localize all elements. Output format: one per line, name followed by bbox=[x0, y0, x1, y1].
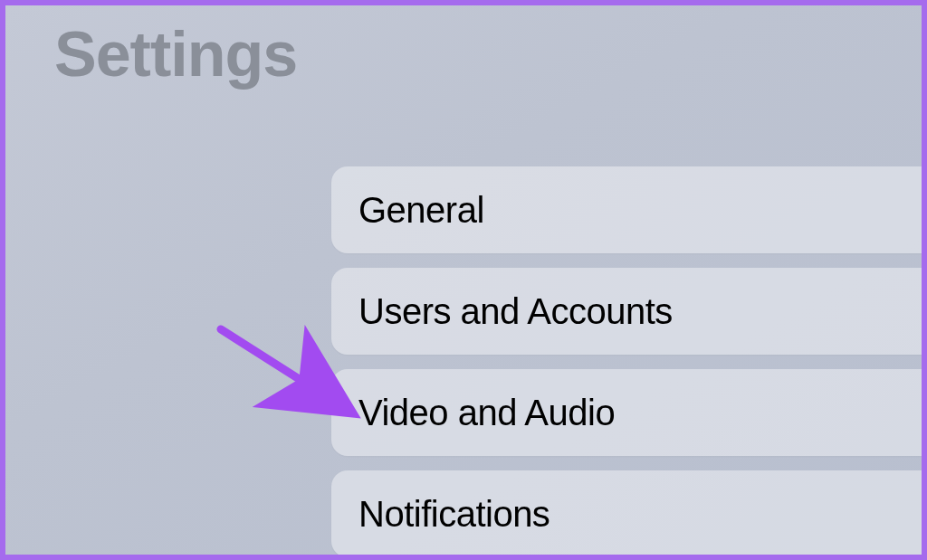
svg-line-0 bbox=[221, 329, 340, 405]
menu-item-label: General bbox=[358, 190, 484, 231]
settings-screen: Settings General Users and Accounts Vide… bbox=[5, 5, 922, 555]
menu-item-notifications[interactable]: Notifications bbox=[331, 470, 922, 555]
menu-item-label: Video and Audio bbox=[358, 393, 615, 433]
menu-item-label: Users and Accounts bbox=[358, 291, 673, 332]
menu-item-video-audio[interactable]: Video and Audio bbox=[331, 369, 922, 456]
menu-item-label: Notifications bbox=[358, 494, 550, 535]
menu-item-users-accounts[interactable]: Users and Accounts bbox=[331, 268, 922, 355]
page-title: Settings bbox=[54, 18, 297, 90]
settings-menu: General Users and Accounts Video and Aud… bbox=[331, 166, 922, 555]
menu-item-general[interactable]: General bbox=[331, 166, 922, 253]
